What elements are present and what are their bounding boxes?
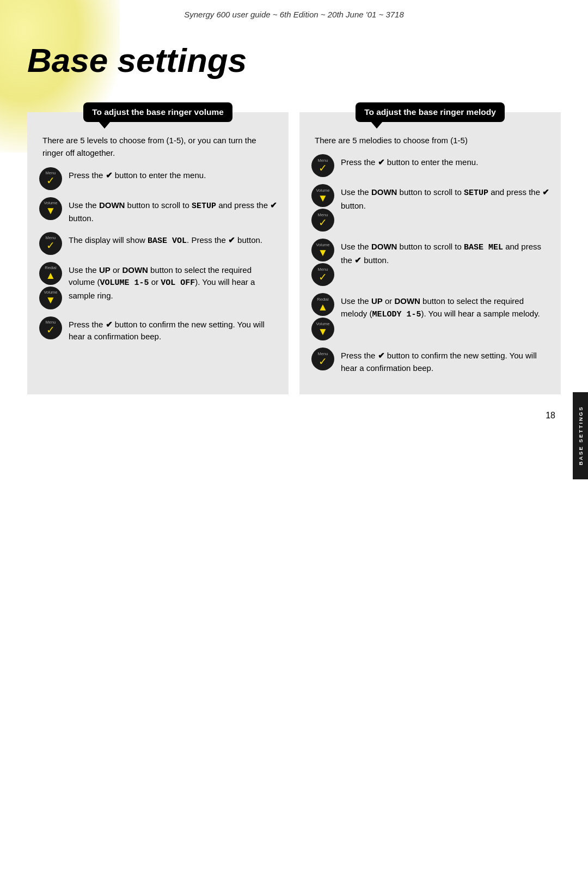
checkmark-icon-1: ✓ [46, 175, 55, 186]
header-title: Synergy 600 user guide ~ 6th Edition ~ 2… [184, 10, 404, 19]
left-step-4-icon-col: Redial ▲ Volume ▼ [38, 262, 63, 309]
right-step-4-icon-col: Redial ▲ Volume ▼ [310, 293, 335, 340]
right-step-4-text: Use the UP or DOWN button to select the … [341, 293, 550, 321]
r-down-btn-3: Volume ▼ [311, 239, 334, 261]
menu-check-btn-1: Menu ✓ [39, 167, 62, 190]
sidebar-tab: BASE SETTINGS [573, 392, 588, 479]
r-btn-label-menu-1: Menu [318, 159, 328, 163]
page-number: 18 [0, 394, 588, 431]
right-section-header: To adjust the base ringer melody [356, 102, 505, 122]
right-step-3: Volume ▼ Menu ✓ Use the DOWN button to s… [310, 239, 550, 286]
right-section-header-wrap: To adjust the base ringer melody [299, 102, 561, 122]
left-section-header: To adjust the base ringer volume [83, 102, 232, 122]
right-section: To adjust the base ringer melody There a… [299, 112, 561, 394]
right-intro-text: There are 5 melodies to choose from (1-5… [315, 136, 468, 145]
left-step-1-text: Press the ✔ button to enter the menu. [69, 167, 278, 182]
left-step-3-text: The display will show BASE VOL. Press th… [69, 232, 278, 248]
down-arrow-icon-1: ▼ [46, 205, 56, 216]
btn-label-menu-5: Menu [46, 320, 56, 325]
left-step-5: Menu ✓ Press the ✔ button to confirm the… [38, 316, 278, 343]
btn-label-menu-1: Menu [46, 171, 56, 175]
right-step-5-icon-col: Menu ✓ [310, 348, 335, 370]
btn-label-vol-1: Volume [44, 201, 57, 205]
left-intro: There are 5 levels to choose from (1-5),… [38, 134, 278, 160]
r-menu-check-btn-2: Menu ✓ [311, 209, 334, 232]
left-step-1: Menu ✓ Press the ✔ button to enter the m… [38, 167, 278, 190]
r-menu-check-btn-3: Menu ✓ [311, 263, 334, 286]
down-btn-2: Volume ▼ [39, 287, 62, 309]
checkmark-icon-5: ✓ [46, 325, 55, 335]
r-btn-label-vol-3: Volume [316, 243, 329, 247]
up-btn-1: Redial ▲ [39, 262, 62, 285]
right-step-1-icon-col: Menu ✓ [310, 154, 335, 177]
r-menu-check-btn-5: Menu ✓ [311, 348, 334, 370]
left-step-2: Volume ▼ Use the DOWN button to scroll t… [38, 197, 278, 225]
right-step-3-text: Use the DOWN button to scroll to BASE ME… [341, 239, 550, 266]
r-btn-label-redial-4: Redial [317, 297, 328, 302]
r-checkmark-icon-1: ✓ [318, 163, 327, 173]
r-checkmark-icon-5: ✓ [318, 356, 327, 367]
right-step-5-text: Press the ✔ button to confirm the new se… [341, 348, 550, 374]
r-down-btn-1: Volume ▼ [311, 184, 334, 207]
right-intro: There are 5 melodies to choose from (1-5… [310, 134, 550, 147]
left-step-5-icon-col: Menu ✓ [38, 316, 63, 339]
r-btn-label-menu-3: Menu [318, 267, 328, 272]
btn-label-redial: Redial [45, 266, 56, 270]
r-down-arrow-icon-1: ▼ [318, 193, 328, 203]
r-btn-label-vol-1: Volume [316, 188, 329, 193]
left-step-4: Redial ▲ Volume ▼ Use the UP or DOWN but… [38, 262, 278, 309]
btn-label-vol-2: Volume [44, 290, 57, 295]
right-step-2: Volume ▼ Menu ✓ Use the DOWN button to s… [310, 184, 550, 232]
r-btn-label-menu-5: Menu [318, 352, 328, 356]
r-btn-label-vol-4: Volume [316, 322, 329, 326]
r-btn-label-menu-2: Menu [318, 213, 328, 217]
left-step-3: Menu ✓ The display will show BASE VOL. P… [38, 232, 278, 255]
menu-check-btn-3: Menu ✓ [39, 232, 62, 255]
down-btn-1: Volume ▼ [39, 197, 62, 220]
r-checkmark-icon-2: ✓ [318, 217, 327, 228]
r-menu-check-btn-1: Menu ✓ [311, 154, 334, 177]
main-content: To adjust the base ringer volume There a… [0, 112, 588, 394]
r-down-arrow-icon-3: ▼ [318, 247, 328, 258]
page-number-value: 18 [546, 411, 555, 420]
up-arrow-icon: ▲ [46, 270, 56, 281]
checkmark-icon-3: ✓ [46, 240, 55, 251]
left-step-2-text: Use the DOWN button to scroll to SETUP a… [69, 197, 278, 225]
sidebar-tab-label: BASE SETTINGS [578, 406, 584, 465]
r-up-btn-4: Redial ▲ [311, 293, 334, 316]
right-step-5: Menu ✓ Press the ✔ button to confirm the… [310, 348, 550, 374]
right-step-4: Redial ▲ Volume ▼ Use the UP or DOWN but… [310, 293, 550, 340]
right-step-1-text: Press the ✔ button to enter the menu. [341, 154, 550, 169]
left-step-2-icon-col: Volume ▼ [38, 197, 63, 220]
left-step-5-text: Press the ✔ button to confirm the new se… [69, 316, 278, 343]
page-title: Base settings [0, 25, 588, 101]
left-step-4-text: Use the UP or DOWN button to select the … [69, 262, 278, 302]
left-step-1-icon-col: Menu ✓ [38, 167, 63, 190]
r-up-arrow-icon-4: ▲ [318, 302, 328, 312]
down-arrow-icon-2: ▼ [46, 295, 56, 305]
r-down-arrow-icon-4: ▼ [318, 326, 328, 337]
left-intro-text: There are 5 levels to choose from (1-5),… [42, 136, 256, 157]
btn-label-menu-3: Menu [46, 236, 56, 240]
menu-check-btn-5: Menu ✓ [39, 316, 62, 339]
r-down-btn-4: Volume ▼ [311, 318, 334, 340]
r-checkmark-icon-3: ✓ [318, 272, 327, 282]
left-section: To adjust the base ringer volume There a… [27, 112, 289, 394]
right-step-2-text: Use the DOWN button to scroll to SETUP a… [341, 184, 550, 212]
left-section-header-wrap: To adjust the base ringer volume [27, 102, 289, 122]
right-step-2-icon-col: Volume ▼ Menu ✓ [310, 184, 335, 232]
right-step-1: Menu ✓ Press the ✔ button to enter the m… [310, 154, 550, 177]
left-step-3-icon-col: Menu ✓ [38, 232, 63, 255]
right-step-3-icon-col: Volume ▼ Menu ✓ [310, 239, 335, 286]
